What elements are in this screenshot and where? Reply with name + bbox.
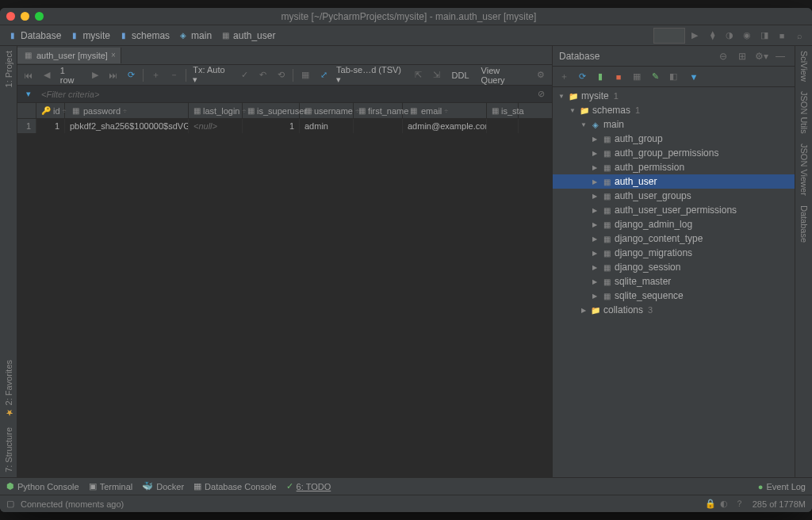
- database-tool-tab[interactable]: Database: [798, 201, 810, 247]
- tree-node-main[interactable]: ▼◈main: [553, 117, 795, 132]
- breadcrumb-auth-user[interactable]: ▦auth_user: [217, 29, 278, 43]
- tree-node-collations[interactable]: ▶📁collations3: [553, 303, 795, 317]
- tree-node-mysite[interactable]: ▼📁mysite1: [553, 89, 795, 103]
- event-log-tab[interactable]: ●Event Log: [758, 482, 806, 491]
- stop-button[interactable]: ■: [611, 69, 626, 85]
- breadcrumb-schemas[interactable]: ▮schemas: [116, 29, 172, 43]
- dump-button[interactable]: ▦: [297, 67, 313, 83]
- col-first-name[interactable]: ▦first_name÷: [354, 103, 403, 118]
- data-source-properties-button[interactable]: ▦: [629, 69, 645, 85]
- clear-filter-button[interactable]: ⊘: [533, 86, 549, 102]
- expand-arrow-icon[interactable]: ▶: [591, 164, 599, 171]
- import-button[interactable]: ⇲: [429, 67, 445, 83]
- expand-arrow-icon[interactable]: ▶: [591, 178, 599, 185]
- json-viewer-tool-tab[interactable]: JSON Viewer: [798, 139, 810, 201]
- tree-node-auth-group-permissions[interactable]: ▶▦auth_group_permissions: [553, 146, 795, 160]
- remove-row-button[interactable]: －: [166, 67, 182, 83]
- structure-tool-tab[interactable]: 7: Structure: [2, 422, 15, 477]
- col-id[interactable]: 🔑id÷: [36, 103, 65, 118]
- tree-node-django-session[interactable]: ▶▦django_session: [553, 260, 795, 274]
- tree-node-auth-user-user-permissions[interactable]: ▶▦auth_user_user_permissions: [553, 203, 795, 217]
- col-email[interactable]: ▦email÷: [403, 103, 487, 118]
- col-username[interactable]: ▦username÷: [300, 103, 354, 118]
- hide-panel-button[interactable]: —: [772, 48, 788, 64]
- sciview-tool-tab[interactable]: SciView: [798, 46, 810, 86]
- database-tree[interactable]: ▼📁mysite1▼📁schemas1▼◈main▶▦auth_group▶▦a…: [553, 87, 795, 477]
- expand-button[interactable]: ⊞: [734, 48, 750, 64]
- favorites-tool-tab[interactable]: ★2: Favorites: [2, 355, 15, 422]
- coverage-button[interactable]: ◑: [722, 28, 737, 44]
- search-button[interactable]: ⌕: [791, 28, 807, 44]
- jump-to-console-button[interactable]: ▮: [592, 69, 608, 85]
- breadcrumb-database[interactable]: ▮Database: [5, 29, 63, 43]
- stop-button[interactable]: ■: [774, 28, 790, 44]
- profile-button[interactable]: ◉: [739, 28, 755, 44]
- run-config-dropdown[interactable]: [653, 28, 685, 44]
- tree-node-django-content-type[interactable]: ▶▦django_content_type: [553, 231, 795, 246]
- tree-node-django-migrations[interactable]: ▶▦django_migrations: [553, 246, 795, 260]
- cell-email[interactable]: admin@example.com: [403, 119, 487, 133]
- json-utils-tool-tab[interactable]: JSON Utils: [798, 86, 810, 139]
- next-page-button[interactable]: ▶: [87, 67, 103, 83]
- close-tab-icon[interactable]: ×: [111, 51, 116, 59]
- cell-last-login[interactable]: <null>: [189, 119, 243, 133]
- expand-arrow-icon[interactable]: ▼: [569, 107, 576, 114]
- col-is-staff[interactable]: ▦is_sta: [487, 103, 519, 118]
- filter-input[interactable]: <Filter criteria>: [41, 90, 528, 99]
- expand-arrow-icon[interactable]: ▶: [591, 193, 599, 200]
- tree-node-sqlite-master[interactable]: ▶▦sqlite_master: [553, 274, 795, 289]
- expand-arrow-icon[interactable]: ▶: [591, 221, 599, 228]
- editor-tab-auth-user[interactable]: ▦ auth_user [mysite] ×: [17, 48, 121, 63]
- rollback-button[interactable]: ↶: [255, 67, 270, 83]
- expand-arrow-icon[interactable]: ▶: [580, 307, 588, 314]
- expand-arrow-icon[interactable]: ▶: [591, 278, 599, 285]
- col-password[interactable]: ▦password÷: [65, 103, 189, 118]
- ddl-button[interactable]: DDL: [447, 71, 474, 80]
- tree-node-auth-group[interactable]: ▶▦auth_group: [553, 132, 795, 146]
- col-is-superuser[interactable]: ▦is_superuser÷: [243, 103, 300, 118]
- tree-node-auth-user-groups[interactable]: ▶▦auth_user_groups: [553, 189, 795, 203]
- todo-tab[interactable]: ✓6: TODO: [286, 481, 331, 491]
- revert-button[interactable]: ⟲: [273, 67, 289, 83]
- view-query-button[interactable]: View Query: [477, 66, 530, 85]
- expand-arrow-icon[interactable]: ▼: [580, 121, 588, 128]
- inspection-icon[interactable]: ◐: [716, 496, 732, 512]
- run-button[interactable]: ▶: [687, 28, 703, 44]
- concurrency-button[interactable]: ◨: [756, 28, 772, 44]
- python-console-tab[interactable]: ⬢Python Console: [6, 481, 79, 491]
- tx-mode-dropdown[interactable]: Tx: Auto ▾: [190, 65, 234, 85]
- cell-is-staff[interactable]: [487, 119, 519, 133]
- toggle-tool-windows-icon[interactable]: ▢: [6, 499, 14, 509]
- last-page-button[interactable]: ⏭: [105, 67, 121, 83]
- filter-dropdown-icon[interactable]: ▾: [21, 86, 36, 102]
- lock-icon[interactable]: 🔒: [705, 499, 716, 509]
- cell-id[interactable]: 1: [36, 119, 65, 133]
- col-last-login[interactable]: ▦last_login÷: [189, 103, 243, 118]
- tree-node-schemas[interactable]: ▼📁schemas1: [553, 103, 795, 117]
- expand-arrow-icon[interactable]: ▶: [591, 235, 599, 243]
- expand-arrow-icon[interactable]: ▼: [557, 93, 565, 100]
- sync-button[interactable]: ⤢: [316, 67, 331, 83]
- debug-button[interactable]: ⧫: [704, 28, 720, 44]
- commit-button[interactable]: ✓: [237, 67, 253, 83]
- expand-arrow-icon[interactable]: ▶: [591, 150, 599, 157]
- cell-is-superuser[interactable]: 1: [243, 119, 300, 133]
- breadcrumb-mysite[interactable]: ▮mysite: [67, 29, 113, 43]
- docker-tab[interactable]: 🐳Docker: [142, 481, 184, 491]
- tree-node-auth-permission[interactable]: ▶▦auth_permission: [553, 160, 795, 174]
- panel-settings-button[interactable]: ⚙▾: [753, 48, 769, 64]
- settings-button[interactable]: ⚙: [533, 67, 549, 83]
- collapse-button[interactable]: ⊖: [715, 48, 731, 64]
- expand-arrow-icon[interactable]: ▶: [591, 250, 599, 257]
- table-row[interactable]: 1 1 pbkdf2_sha256$100000$sdVGlcX56… <nul…: [17, 119, 552, 133]
- terminal-tab[interactable]: ▣Terminal: [89, 481, 133, 491]
- cell-password[interactable]: pbkdf2_sha256$100000$sdVGlcX56…: [65, 119, 189, 133]
- prev-page-button[interactable]: ◀: [39, 67, 55, 83]
- first-page-button[interactable]: ⏮: [21, 67, 36, 83]
- refresh-button[interactable]: ⟳: [574, 69, 590, 85]
- add-row-button[interactable]: ＋: [147, 67, 163, 83]
- tree-node-sqlite-sequence[interactable]: ▶▦sqlite_sequence: [553, 289, 795, 303]
- expand-arrow-icon[interactable]: ▶: [591, 292, 599, 300]
- database-console-tab[interactable]: ▦Database Console: [193, 481, 277, 491]
- add-datasource-button[interactable]: ＋: [556, 69, 572, 85]
